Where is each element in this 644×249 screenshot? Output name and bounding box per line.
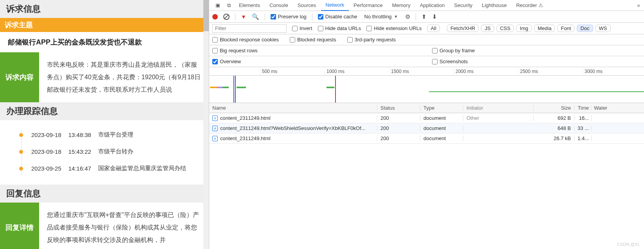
filter-icon[interactable]: ▼ [241, 14, 246, 20]
resource-type-pills: All Fetch/XHR JS CSS Img Media Font Doc … [427, 25, 610, 32]
section-tracking: 办理跟踪信息 [0, 102, 209, 120]
document-icon: ≡ [212, 126, 218, 131]
import-har-icon[interactable]: ⬇ [432, 13, 437, 20]
network-request-table: Name Status Type Initiator Size Time Wat… [209, 103, 644, 249]
col-name[interactable]: Name [209, 105, 377, 111]
group-frame-checkbox[interactable]: Group by frame [432, 48, 475, 53]
invert-checkbox[interactable]: Invert [292, 25, 312, 31]
device-icon[interactable]: ⧉ [223, 0, 234, 11]
pill-css[interactable]: CSS [497, 25, 514, 32]
hide-extension-urls-checkbox[interactable]: Hide extension URLs [366, 25, 422, 31]
overview-chart[interactable] [209, 76, 644, 103]
appeal-content-text: 市民来电反映：其是重庆市秀山县龙池镇居民，（家服务点）购买了40克金条，共花费：… [39, 52, 209, 102]
big-rows-checkbox[interactable]: Big request rows [212, 48, 258, 53]
network-filter-bar: Invert Hide data URLs Hide extension URL… [209, 23, 644, 34]
network-options-row2: Overview Screenshots [209, 56, 644, 67]
network-conditions-icon[interactable]: ⚙ [405, 13, 410, 20]
pill-fetch-xhr[interactable]: Fetch/XHR [447, 25, 479, 32]
tab-console[interactable]: Console [265, 0, 293, 11]
inspect-icon[interactable]: ▣ [212, 0, 223, 11]
pill-img[interactable]: Img [516, 25, 532, 32]
throttling-select[interactable]: No throttling▼ [363, 14, 400, 20]
record-icon[interactable] [212, 14, 218, 20]
watermark: CSDN @XL [617, 242, 640, 247]
overview-ruler[interactable]: 500 ms 1000 ms 1500 ms 2000 ms 2500 ms 3… [209, 67, 644, 76]
tracking-timeline: 2023-09-1813:48:38市级平台受理 2023-09-1815:43… [0, 120, 209, 185]
col-initiator[interactable]: Initiator [463, 105, 534, 111]
disable-cache-checkbox[interactable]: Disable cache [318, 14, 357, 20]
col-waterfall[interactable]: Water [592, 105, 644, 111]
col-size[interactable]: Size [534, 105, 574, 111]
blocked-requests-checkbox[interactable]: Blocked requests [290, 37, 336, 43]
search-icon[interactable]: 🔍 [252, 13, 259, 20]
tab-elements[interactable]: Elements [234, 0, 265, 11]
filter-input[interactable] [212, 24, 287, 33]
hide-data-urls-checkbox[interactable]: Hide data URLs [318, 25, 361, 31]
blocked-cookies-checkbox[interactable]: Blocked response cookies [212, 37, 279, 43]
pill-media[interactable]: Media [534, 25, 555, 32]
appeal-subject-text: 邮储银行APP上买的金条既没发货也不退款 [0, 32, 209, 52]
devtools-panel: ▣ ⧉ Elements Console Sources Network Per… [209, 0, 644, 249]
col-status[interactable]: Status [377, 105, 420, 111]
third-party-checkbox[interactable]: 3rd-party requests [347, 37, 396, 43]
appeal-subject-header: 诉求主题 [0, 18, 209, 32]
col-type[interactable]: Type [420, 105, 463, 111]
section-appeal-info: 诉求信息 [0, 0, 209, 18]
timeline-item: 2023-09-1815:43:22市级平台转办 [20, 143, 193, 160]
reply-content-text: 您通过重庆市"互联网+督查"平台反映的事项已（险）产品或者接受服务与银行（保险）… [39, 203, 209, 249]
pill-ws[interactable]: WS [596, 25, 611, 32]
preserve-log-checkbox[interactable]: Preserve log [271, 14, 307, 20]
document-icon: ≡ [212, 136, 218, 141]
table-row[interactable]: ≡content_2311249.html 200 document Other… [209, 113, 644, 123]
tab-network[interactable]: Network [321, 0, 349, 11]
devtools-tabs: ▣ ⧉ Elements Console Sources Network Per… [209, 0, 644, 11]
section-reply: 回复信息 [0, 185, 209, 203]
timeline-item: 2023-09-2514:16:47国家金融监管总局重庆监管局办结 [20, 160, 193, 177]
screenshots-checkbox[interactable]: Screenshots [432, 59, 468, 64]
chevron-down-icon: ▼ [394, 14, 398, 19]
timeline-item: 2023-09-1813:48:38市级平台受理 [20, 126, 193, 143]
tab-sources[interactable]: Sources [293, 0, 321, 11]
reply-detail-label: 回复详情 [0, 203, 39, 249]
tab-memory[interactable]: Memory [387, 0, 415, 11]
pill-doc[interactable]: Doc [577, 25, 593, 32]
appeal-content-label: 诉求内容 [0, 52, 39, 102]
document-icon: ≡ [212, 116, 218, 121]
tab-lighthouse[interactable]: Lighthouse [477, 0, 511, 11]
tab-recorder[interactable]: Recorder ⚠ [511, 0, 548, 11]
export-har-icon[interactable]: ⬆ [422, 13, 427, 20]
tab-application[interactable]: Application [415, 0, 450, 11]
network-filter-row2: Blocked response cookies Blocked request… [209, 34, 644, 45]
tab-performance[interactable]: Performance [349, 0, 387, 11]
scrollbar[interactable] [203, 0, 209, 249]
webpage-content: 诉求信息 诉求主题 邮储银行APP上买的金条既没发货也不退款 诉求内容 市民来电… [0, 0, 209, 249]
table-row[interactable]: ≡content_2311249.html?WebShieldSessionVe… [209, 123, 644, 133]
pill-all[interactable]: All [427, 25, 439, 32]
table-header: Name Status Type Initiator Size Time Wat… [209, 103, 644, 113]
tab-security[interactable]: Security [449, 0, 477, 11]
table-row[interactable]: ≡content_2311249.html 200 document 26.7 … [209, 133, 644, 144]
pill-font[interactable]: Font [557, 25, 574, 32]
network-options-row: Big request rows Group by frame [209, 45, 644, 56]
clear-icon[interactable] [223, 14, 230, 20]
col-time[interactable]: Time [574, 105, 592, 111]
network-toolbar: ▼ 🔍 Preserve log Disable cache No thrott… [209, 11, 644, 23]
more-tabs-icon[interactable]: » [633, 0, 644, 11]
pill-js[interactable]: JS [481, 25, 494, 32]
overview-checkbox[interactable]: Overview [212, 59, 241, 64]
